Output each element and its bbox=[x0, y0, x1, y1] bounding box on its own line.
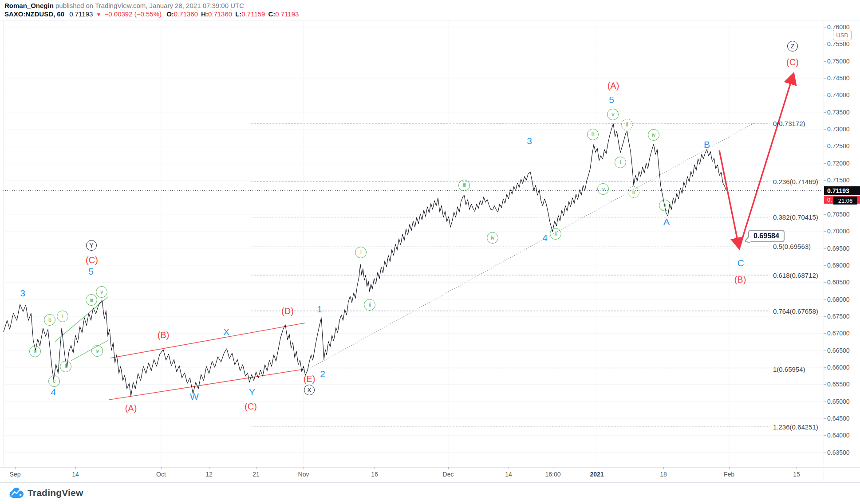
wave-label-circled-green: a bbox=[29, 346, 41, 357]
down-triangle-icon: ▼ bbox=[96, 12, 101, 18]
wave-label-circled-green: iii bbox=[628, 186, 639, 198]
last-price-badge: 0.71193 bbox=[824, 186, 860, 195]
ohlc-key: C: bbox=[268, 10, 275, 18]
wave-label-circled-black: Z bbox=[787, 41, 798, 51]
last-price: 0.71193 bbox=[69, 10, 93, 18]
chart-plot-area[interactable] bbox=[0, 20, 824, 467]
footer: TradingView bbox=[9, 487, 83, 499]
wave-label-circled-green: i bbox=[355, 247, 367, 258]
wave-label-circled-green: iii bbox=[587, 129, 599, 140]
wave-label-red: (C) bbox=[786, 57, 799, 67]
tradingview-logo-icon[interactable] bbox=[9, 487, 24, 499]
wave-label-circled-green: iv bbox=[487, 232, 498, 244]
fib-level-label: 0(0.73172) bbox=[773, 119, 805, 127]
ohlc-value: 0.71159 bbox=[241, 10, 265, 18]
wave-label-blue: A bbox=[663, 217, 670, 227]
wave-label-blue: 5 bbox=[609, 94, 614, 105]
author-link[interactable]: Roman_Onegin bbox=[4, 2, 54, 9]
ohlc-values: O:0.71360H:0.71360L:0.71159C:0.71193 bbox=[163, 10, 299, 18]
wave-label-red: (D) bbox=[281, 306, 294, 316]
wave-label-red: (C) bbox=[245, 402, 257, 412]
wave-label-red: (A) bbox=[125, 403, 137, 413]
wave-label-circled-black: Y bbox=[86, 240, 97, 251]
wave-label-blue: Y bbox=[249, 387, 255, 398]
symbol-name[interactable]: SAXO:NZDUSD, 60 bbox=[4, 10, 64, 18]
tooltip-value: 0.69584 bbox=[753, 232, 779, 240]
price-change: −0.00392 (−0.55%) bbox=[105, 10, 162, 18]
fib-level-label: 0.618(0.68712) bbox=[773, 271, 818, 279]
ohlc-key: L: bbox=[235, 10, 241, 18]
time-axis-bottom-border bbox=[0, 482, 860, 483]
wave-label-circled-green: v bbox=[659, 200, 671, 211]
wave-label-circled-green: iii bbox=[86, 294, 97, 306]
price-axis[interactable] bbox=[824, 20, 860, 482]
fib-level-label: 0.236(0.71469) bbox=[773, 177, 818, 185]
wave-label-blue: 2 bbox=[320, 369, 325, 379]
wave-label-circled-green: iii bbox=[458, 180, 470, 191]
ohlc-value: 0.71360 bbox=[174, 10, 198, 18]
chart-canvas bbox=[0, 20, 824, 467]
wave-label-circled-green: c bbox=[48, 375, 60, 387]
price-target-tooltip: 0.69584 bbox=[748, 230, 785, 242]
tradingview-snapshot: Roman_Onegin published on TradingView.co… bbox=[0, 0, 860, 504]
time-axis[interactable] bbox=[0, 467, 860, 482]
wave-label-circled-green: i bbox=[615, 157, 626, 168]
wave-label-circled-green: ii bbox=[364, 299, 375, 311]
fib-level-label: 1.236(0.64251) bbox=[773, 423, 818, 431]
wave-label-circled-green: i bbox=[57, 311, 68, 322]
wave-label-red: (B) bbox=[734, 275, 746, 285]
wave-label-circled-green: ii bbox=[60, 361, 71, 372]
wave-label-blue: 4 bbox=[51, 387, 56, 398]
wave-label-blue: C bbox=[737, 258, 744, 268]
currency-badge: USD bbox=[833, 30, 852, 40]
wave-label-red: (B) bbox=[158, 330, 170, 340]
publish-info: published on TradingView.com, January 28… bbox=[54, 2, 244, 9]
brand-name[interactable]: TradingView bbox=[28, 488, 83, 498]
secondary-price-partial: 0. bbox=[827, 197, 832, 203]
countdown-value: 21:06 bbox=[838, 197, 853, 204]
symbol-bar: SAXO:NZDUSD, 60 0.71193 ▼ −0.00392 (−0.5… bbox=[4, 10, 299, 19]
wave-label-circled-green: iv bbox=[597, 183, 609, 195]
wave-label-circled-green: b bbox=[44, 314, 55, 326]
fib-level-label: 1(0.65954) bbox=[773, 365, 805, 373]
wave-label-blue: 1 bbox=[317, 304, 322, 315]
ohlc-value: 0.71193 bbox=[275, 10, 299, 18]
wave-label-blue: 5 bbox=[88, 266, 94, 277]
last-price-value: 0.71193 bbox=[827, 187, 849, 194]
red-channel-line bbox=[110, 323, 305, 358]
fib-level-label: 0.764(0.67658) bbox=[773, 307, 818, 315]
wave-label-blue: 3 bbox=[20, 288, 25, 299]
ohlc-value: 0.71360 bbox=[208, 10, 232, 18]
wave-label-circled-black: X bbox=[304, 385, 315, 395]
wave-label-blue: B bbox=[704, 139, 710, 150]
bar-countdown-badge: 21:06 bbox=[833, 197, 857, 205]
wave-label-circled-green: iv bbox=[91, 345, 103, 357]
currency-label: USD bbox=[836, 32, 848, 39]
wave-label-blue: W bbox=[190, 391, 199, 402]
wave-label-red: (A) bbox=[608, 81, 619, 91]
publish-header: Roman_Onegin published on TradingView.co… bbox=[4, 2, 244, 10]
wave-label-circled-green: iv bbox=[648, 129, 659, 141]
wave-label-circled-green: v bbox=[607, 109, 619, 120]
wave-label-circled-green: ii bbox=[621, 119, 633, 130]
ohlc-key: H: bbox=[201, 10, 208, 18]
ohlc-key: O: bbox=[166, 10, 174, 18]
wave-label-circled-green: v bbox=[96, 286, 107, 298]
wave-label-blue: 3 bbox=[527, 136, 532, 146]
wave-label-blue: 4 bbox=[542, 232, 548, 243]
wave-label-red: (C) bbox=[86, 255, 98, 265]
wave-label-red: (E) bbox=[304, 374, 316, 384]
wave-label-circled-green: ii bbox=[550, 228, 561, 240]
fib-level-label: 0.382(0.70415) bbox=[773, 213, 818, 221]
projection-arrow-up bbox=[740, 75, 793, 247]
wave-label-blue: X bbox=[223, 327, 229, 337]
fib-level-label: 0.5(0.69563) bbox=[773, 242, 811, 250]
